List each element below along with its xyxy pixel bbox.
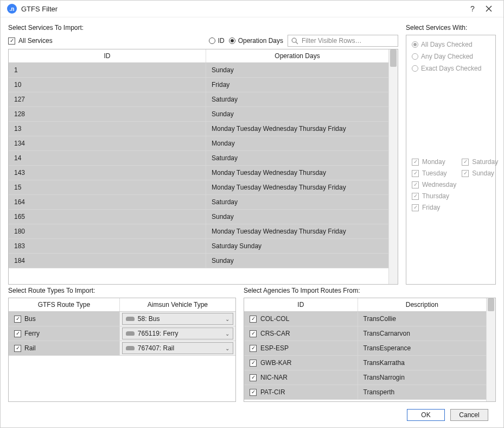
service-id: 180 xyxy=(9,224,206,238)
table-row[interactable]: 180Monday Tuesday Wednesday Thursday Fri… xyxy=(9,224,388,239)
all-services-checkbox[interactable]: All Services xyxy=(8,37,53,45)
ag-col-id[interactable]: ID xyxy=(244,298,358,311)
table-row[interactable]: 13Monday Tuesday Wednesday Thursday Frid… xyxy=(9,122,388,136)
checkbox-icon[interactable] xyxy=(250,374,257,381)
checkbox-icon[interactable] xyxy=(250,316,257,323)
filter-input[interactable] xyxy=(302,37,394,45)
checkbox-icon[interactable] xyxy=(250,389,257,396)
agency-desc: Transperth xyxy=(358,385,486,399)
table-row[interactable]: 164Saturday xyxy=(9,195,388,210)
table-row[interactable]: 143Monday Tuesday Wednesday Thursday xyxy=(9,166,388,180)
day-checkbox-monday[interactable]: Monday xyxy=(412,158,456,166)
cancel-button[interactable]: Cancel xyxy=(450,409,488,421)
chevron-down-icon: ⌄ xyxy=(225,316,229,322)
close-button[interactable] xyxy=(481,1,497,17)
scrollbar-thumb[interactable] xyxy=(390,49,397,67)
radio-id-label: ID xyxy=(218,37,225,45)
agency-id: ESP-ESP xyxy=(260,344,289,352)
table-row[interactable]: 134Monday xyxy=(9,136,388,151)
service-days: Monday Tuesday Wednesday Thursday Friday xyxy=(206,180,388,194)
agency-desc: TransCollie xyxy=(358,312,486,326)
checkbox-icon xyxy=(462,159,469,166)
vehicle-icon xyxy=(126,317,135,321)
cancel-label: Cancel xyxy=(459,411,479,419)
route-type-label: Ferry xyxy=(24,330,40,337)
day-checkbox-thursday[interactable]: Thursday xyxy=(412,192,456,200)
services-table: ID Operation Days 1Sunday10Friday127Satu… xyxy=(8,49,398,285)
table-row[interactable]: 183Saturday Sunday xyxy=(9,239,388,254)
table-row[interactable]: 127Saturday xyxy=(9,92,388,107)
service-id: 183 xyxy=(9,239,206,253)
table-row[interactable]: 184Sunday xyxy=(9,254,388,268)
table-row[interactable]: ESP-ESPTransEsperance xyxy=(244,341,486,356)
agency-id: PAT-CIR xyxy=(260,388,285,396)
rt-col-vehicle[interactable]: Aimsun Vehicle Type xyxy=(120,298,235,311)
filter-by-id-radio[interactable]: ID xyxy=(209,37,225,45)
table-row[interactable]: CRS-CARTransCarnarvon xyxy=(244,326,486,341)
table-row[interactable]: NIC-NARTransNarrogin xyxy=(244,370,486,385)
vehicle-type-select[interactable]: 58: Bus⌄ xyxy=(122,313,233,325)
agency-desc: TransNarrogin xyxy=(358,370,486,385)
service-id: 13 xyxy=(9,122,206,136)
table-row[interactable]: 128Sunday xyxy=(9,107,388,122)
table-row[interactable]: 1Sunday xyxy=(9,63,388,78)
vehicle-icon xyxy=(126,346,135,350)
radio-icon xyxy=(412,65,418,72)
vehicle-type-select[interactable]: 765119: Ferry⌄ xyxy=(122,328,233,339)
route-type-cell[interactable]: Ferry xyxy=(9,326,120,341)
radio-icon xyxy=(412,53,418,60)
day-checkbox-friday[interactable]: Friday xyxy=(412,204,456,211)
table-row[interactable]: COL-COLTransCollie xyxy=(244,312,486,326)
filter-by-opdays-radio[interactable]: Operation Days xyxy=(229,37,283,45)
checkbox-icon[interactable] xyxy=(250,345,257,352)
day-label: Wednesday xyxy=(422,181,456,188)
gtfs-filter-dialog: .n GTFS Filter ? Select Services To Impo… xyxy=(0,0,504,428)
checkbox-icon[interactable] xyxy=(250,360,257,367)
filter-input-wrap[interactable] xyxy=(288,35,398,47)
with-all-radio[interactable]: All Days Checked xyxy=(412,41,490,48)
table-row[interactable]: GWB-KARTransKarratha xyxy=(244,356,486,370)
agency-id-cell: NIC-NAR xyxy=(244,370,358,385)
app-icon: .n xyxy=(7,4,17,14)
route-type-cell[interactable]: Bus xyxy=(9,312,120,326)
route-type-cell[interactable]: Rail xyxy=(9,341,120,355)
service-days: Sunday xyxy=(206,254,388,268)
checkbox-icon[interactable] xyxy=(250,330,257,337)
day-label: Thursday xyxy=(422,192,449,200)
rt-col-type[interactable]: GTFS Route Type xyxy=(9,298,120,311)
service-id: 1 xyxy=(9,63,206,77)
table-row: Ferry765119: Ferry⌄ xyxy=(9,326,235,341)
with-any-radio[interactable]: Any Day Checked xyxy=(412,53,490,60)
agencies-scrollbar[interactable] xyxy=(486,298,495,401)
agency-id: NIC-NAR xyxy=(260,374,288,381)
services-col-id[interactable]: ID xyxy=(9,49,206,62)
checkbox-icon xyxy=(412,181,419,188)
table-row[interactable]: 14Saturday xyxy=(9,151,388,166)
table-row[interactable]: 15Monday Tuesday Wednesday Thursday Frid… xyxy=(9,180,388,195)
vehicle-type-select[interactable]: 767407: Rail⌄ xyxy=(122,342,233,354)
service-id: 10 xyxy=(9,78,206,92)
agency-id-cell: CRS-CAR xyxy=(244,326,358,341)
day-checkbox-tuesday[interactable]: Tuesday xyxy=(412,169,456,177)
ag-col-desc[interactable]: Description xyxy=(358,298,486,311)
service-id: 164 xyxy=(9,195,206,209)
service-id: 184 xyxy=(9,254,206,268)
services-scrollbar[interactable] xyxy=(388,49,398,284)
table-row[interactable]: 165Sunday xyxy=(9,210,388,224)
agency-desc: TransKarratha xyxy=(358,356,486,370)
day-checkbox-sunday[interactable]: Sunday xyxy=(462,169,498,177)
ok-button[interactable]: OK xyxy=(407,409,445,421)
service-id: 134 xyxy=(9,136,206,150)
services-col-days[interactable]: Operation Days xyxy=(206,49,388,62)
service-id: 15 xyxy=(9,180,206,194)
with-exact-radio[interactable]: Exact Days Checked xyxy=(412,65,490,72)
agency-id-cell: ESP-ESP xyxy=(244,341,358,355)
help-button[interactable]: ? xyxy=(464,1,481,17)
day-checkbox-saturday[interactable]: Saturday xyxy=(462,158,498,166)
table-row[interactable]: 10Friday xyxy=(9,78,388,92)
vehicle-icon xyxy=(126,331,135,336)
day-checkbox-wednesday[interactable]: Wednesday xyxy=(412,181,456,188)
scrollbar-thumb[interactable] xyxy=(488,298,494,311)
table-row[interactable]: PAT-CIRTransperth xyxy=(244,385,486,400)
service-days: Monday xyxy=(206,136,388,150)
